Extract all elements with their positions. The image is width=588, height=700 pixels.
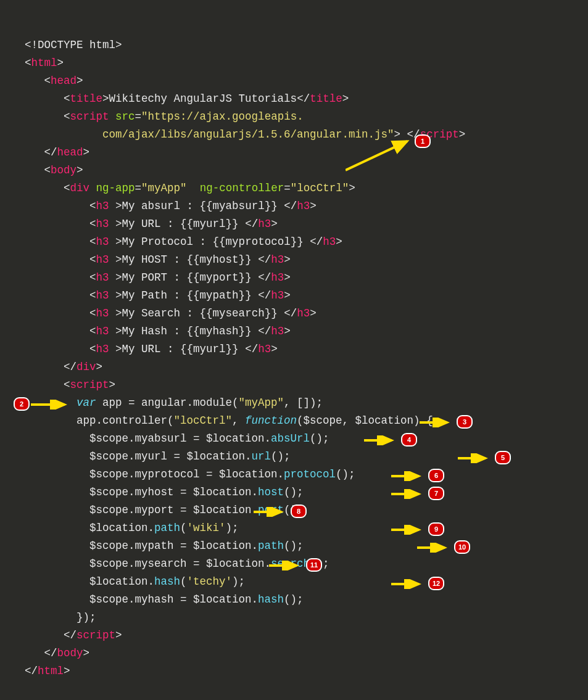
badge-6: 6 (428, 469, 444, 482)
h3-tag: h3 (297, 307, 310, 319)
badge-4: 4 (401, 433, 417, 447)
l28-open: ( (180, 522, 187, 534)
controller-name: "locCtrl" (174, 414, 233, 427)
badge-7: 7 (428, 487, 444, 500)
l28-loc: $location. (89, 522, 154, 534)
h3-absurl-text: My absurl : {{myabsurl}} (122, 200, 284, 212)
l32-end: (); (284, 593, 304, 606)
badge-8: 8 (291, 504, 307, 518)
head-open-tag: head (51, 75, 77, 87)
h3-tag: h3 (297, 200, 310, 212)
div-close-tag: div (77, 361, 96, 373)
h3-tag: h3 (96, 289, 109, 302)
arrow-11 (269, 561, 303, 570)
arrow-2 (31, 400, 71, 410)
h3-tag: h3 (271, 253, 284, 266)
l26-end: (); (284, 486, 304, 498)
h3-protocol-text: My Protocol : {{myprotocol}} (122, 236, 310, 248)
h3-tag: h3 (96, 325, 109, 337)
badge-9: 9 (428, 522, 444, 536)
module-call: app = angular.module( (96, 397, 239, 409)
badge-5: 5 (495, 451, 511, 464)
l32-scope: $scope.myhash = $location. (89, 593, 258, 606)
badge-10: 10 (454, 540, 470, 554)
h3-tag: h3 (323, 236, 336, 248)
l26-scope: $scope.myhost = $location. (89, 486, 258, 498)
html-open-tag: html (31, 57, 57, 69)
script-inline-close: script (77, 629, 115, 641)
h3-tag: h3 (96, 200, 109, 212)
h3-host-text: My HOST : {{myhost}} (122, 253, 259, 266)
badge-3: 3 (457, 415, 473, 429)
l30-scope: $scope.mysearch = $location. (89, 558, 271, 570)
h3-tag: h3 (96, 218, 109, 230)
absurl-method: absUrl (271, 432, 310, 445)
arrow-12 (391, 579, 425, 589)
function-keyword: function (245, 414, 297, 427)
fn-params: ($scope, $location) { (297, 414, 433, 427)
l23-scope: $scope.myabsurl = $location. (89, 432, 271, 445)
script-ext-open: script (70, 110, 109, 123)
hash-set-method: hash (154, 575, 180, 588)
body-close-tag: body (57, 647, 83, 659)
arrow-7 (391, 489, 425, 499)
title-text: Wikitechy AngularJS Tutorials (109, 93, 297, 105)
title-open-tag: title (70, 93, 103, 105)
l25-end: (); (336, 468, 355, 480)
var-keyword: var (77, 397, 96, 409)
l23-end: (); (310, 432, 329, 445)
url-method: url (252, 450, 271, 463)
h3-search-text: My Search : {{mysearch}} (122, 307, 284, 319)
head-close-tag: head (57, 146, 83, 159)
l24-scope: $scope.myurl = $location. (89, 450, 252, 463)
closing-paren: }); (77, 611, 96, 624)
doctype: <!DOCTYPE html> (25, 39, 122, 51)
comma: , (232, 414, 245, 427)
badge-12: 12 (428, 577, 444, 590)
ng-controller-attr: ng-controller (200, 182, 284, 194)
src-val-1: "https://ajax.googleapis. (141, 110, 304, 123)
arrow-3 (420, 418, 453, 427)
techy-string: 'techy' (187, 575, 233, 588)
h3-url-text: My URL : {{myurl}} (122, 218, 246, 230)
title-close-tag: title (310, 93, 342, 105)
div-open-tag: div (70, 182, 90, 194)
h3-tag: h3 (271, 289, 284, 302)
hash-get-method: hash (258, 593, 284, 606)
arrow-10 (417, 543, 451, 553)
ng-controller-val: "locCtrl" (291, 182, 349, 194)
l27-scope: $scope.myport = $location. (89, 504, 258, 516)
arrow-6 (391, 471, 425, 481)
badge-1: 1 (415, 134, 431, 148)
protocol-method: protocol (284, 468, 336, 480)
module-end: , []); (284, 397, 323, 409)
html-close-tag: html (38, 665, 64, 677)
module-name: "myApp" (239, 397, 284, 409)
ng-app-val: "myApp" (141, 182, 187, 194)
l31-open: ( (180, 575, 187, 588)
l24-end: (); (271, 450, 291, 463)
arrow-5 (458, 453, 492, 463)
l29-end: (); (284, 540, 304, 552)
l31-end: ); (232, 575, 245, 588)
arrow-9 (391, 525, 425, 535)
h3-tag: h3 (96, 253, 109, 266)
l31-loc: $location. (89, 575, 154, 588)
l25-scope: $scope.myprotocol = $location. (89, 468, 284, 480)
body-open-tag: body (51, 164, 77, 176)
l28-end: ); (226, 522, 239, 534)
h3-tag: h3 (96, 343, 109, 355)
badge-11: 11 (306, 558, 322, 572)
host-method: host (258, 486, 284, 498)
code-container: <!DOCTYPE html> <html> <head> <title>Wik… (0, 0, 588, 700)
src-attr: src (115, 110, 135, 123)
path-get-method: path (258, 540, 284, 552)
ng-app-attr: ng-app (96, 182, 135, 194)
script-inline-open: script (70, 379, 109, 391)
controller-call: app.controller( (77, 414, 174, 427)
h3-tag: h3 (96, 236, 109, 248)
h3-url2-text: My URL : {{myurl}} (122, 343, 246, 355)
h3-tag: h3 (96, 271, 109, 284)
h3-tag: h3 (258, 218, 271, 230)
h3-tag: h3 (271, 325, 284, 337)
